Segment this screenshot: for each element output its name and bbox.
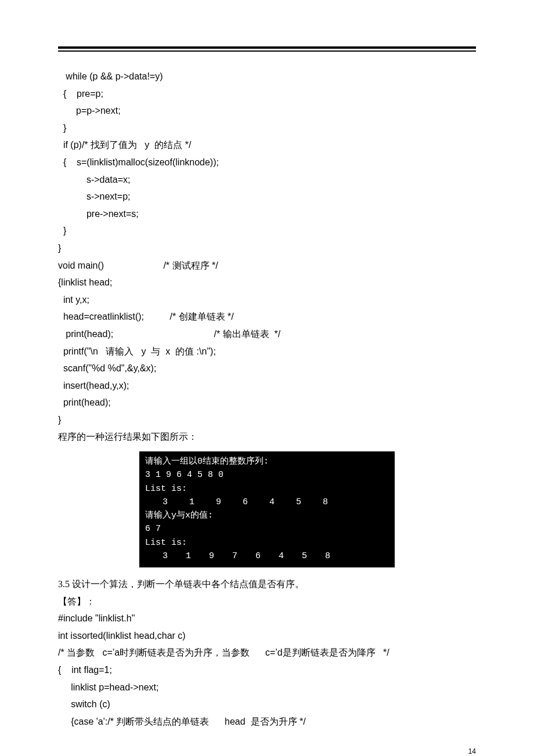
code-line: pre->next=s;: [58, 209, 139, 219]
console-line: 3 1 9 6 4 5 8: [145, 495, 389, 509]
console-line: List is:: [145, 482, 389, 495]
code-frag: printf("\n: [58, 346, 106, 356]
code-frag: */: [210, 261, 218, 270]
code-line: printf("\n 请输入 y 与 x 的值 :\n");: [58, 346, 216, 356]
code-line: { s=(linklist)malloc(sizeof(linknode));: [58, 157, 219, 167]
code-frag: :\n");: [194, 346, 216, 356]
section-3-5-title: 3.5 设计一个算法，判断一个单链表中各个结点值是否有序。: [58, 576, 476, 593]
code-frag: */: [182, 140, 191, 150]
console-line: 3 1 9 6 4 5 8 0: [145, 468, 389, 482]
code-line: }: [58, 243, 61, 253]
code-line: int y,x;: [58, 295, 89, 305]
code-line: }: [58, 123, 66, 133]
code-frag: print(head); /*: [58, 329, 223, 339]
run-result-caption: 程序的一种运行结果如下图所示：: [58, 428, 476, 446]
code-frag: c=’d是: [250, 648, 291, 657]
code-line: {case 'a':/* 判断带头结点的单链表 head 是否为升序 */: [58, 717, 306, 726]
code-comment-cn: 的值: [175, 346, 194, 356]
code-line: if (p)/* 找到了值为 y 的结点 */: [58, 140, 191, 150]
console-output: 请输入一组以0结束的整数序列: 3 1 9 6 4 5 8 0 List is:…: [139, 451, 395, 567]
code-line: void main() /* 测试程序 */: [58, 261, 218, 270]
code-line: { int flag=1;: [58, 665, 112, 675]
code-line: #include "linklist.h": [58, 613, 135, 623]
code-line: s->data=x;: [58, 175, 131, 185]
code-comment-cn: 测试程序: [172, 261, 210, 270]
code-comment-cn: 判断链表是否为升序，当参数: [129, 648, 250, 657]
header-rule: [58, 46, 476, 52]
code-comment-cn: 输出单链表: [223, 329, 269, 339]
code-comment-cn: 当参数: [67, 648, 95, 657]
console-line: 6 7: [145, 522, 389, 536]
code-comment-cn: 是否为升序: [251, 717, 297, 726]
code-line: /* 当参数 c=’a时判断链表是否为升序，当参数 c=’d是判断链表是否为降序…: [58, 648, 389, 657]
code-frag: */: [376, 648, 389, 657]
code-line: }: [58, 415, 61, 425]
code-line: scanf("%d %d",&y,&x);: [58, 363, 156, 373]
code-line: linklist p=head->next;: [58, 682, 158, 692]
code-line: { pre=p;: [58, 89, 103, 99]
code-comment-cn: 找到了值为: [91, 140, 137, 150]
code-frag: */: [297, 717, 306, 726]
answer-label: 【答】：: [58, 593, 476, 610]
console-line: 3 1 9 7 6 4 5 8: [145, 549, 389, 563]
code-line: s->next=p;: [58, 191, 131, 201]
code-comment-cn: 与: [151, 346, 160, 356]
code-line: p=p->next;: [58, 106, 121, 115]
code-line: head=creatlinklist(); /* 创建单链表 */: [58, 312, 234, 321]
code-line: int issorted(linklist head,char c): [58, 631, 186, 641]
code-line: {linklist head;: [58, 277, 112, 287]
code-frag: */: [269, 329, 281, 339]
code-line: print(head);: [58, 397, 111, 407]
console-line: List is:: [145, 536, 389, 549]
code-frag: {case 'a':/*: [58, 717, 116, 726]
console-line: 请输入一组以0结束的整数序列:: [145, 455, 389, 468]
code-frag: void main() /*: [58, 261, 172, 270]
code-frag: y: [137, 140, 154, 150]
code-comment-cn: 的结点: [154, 140, 182, 150]
code-frag: if (p)/*: [58, 140, 91, 150]
code-block-2: #include "linklist.h" int issorted(linkl…: [58, 610, 476, 730]
code-block-1: while (p && p->data!=y) { pre=p; p=p->ne…: [58, 68, 476, 428]
code-frag: head=creatlinklist(); /*: [58, 312, 179, 321]
code-frag: /*: [58, 648, 67, 657]
code-frag: x: [160, 346, 175, 356]
code-comment-cn: 请输入: [106, 346, 134, 356]
code-frag: c=’a时: [95, 648, 129, 657]
code-line: insert(head,y,x);: [58, 381, 129, 390]
code-line: while (p && p->data!=y): [58, 71, 163, 81]
page-number: 14: [58, 747, 476, 755]
code-frag: y: [134, 346, 151, 356]
code-comment-cn: 判断链表是否为降序: [292, 648, 376, 657]
code-frag: head: [209, 717, 250, 726]
console-line: 请输入y与x的值:: [145, 509, 389, 522]
code-line: switch (c): [58, 699, 110, 709]
code-frag: */: [225, 312, 234, 321]
code-line: print(head); /* 输出单链表 */: [58, 329, 280, 339]
code-comment-cn: 创建单链表: [179, 312, 225, 321]
code-line: }: [58, 226, 66, 236]
code-comment-cn: 判断带头结点的单链表: [116, 717, 209, 726]
